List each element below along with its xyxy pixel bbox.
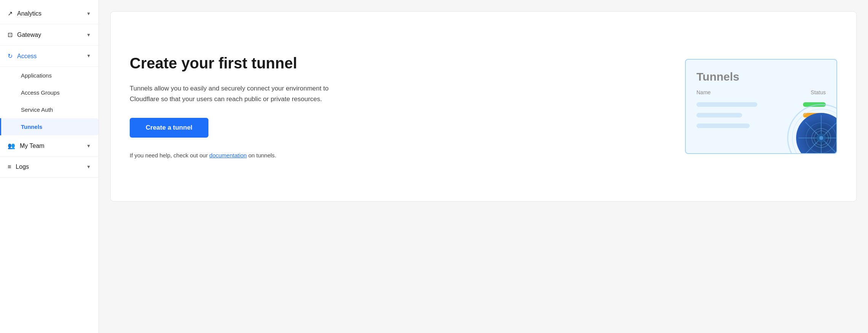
tunnels-card-title: Tunnels bbox=[696, 70, 826, 83]
page-description: Tunnels allow you to easily and securely… bbox=[130, 83, 350, 104]
sidebar-item-gateway[interactable]: ⊡ Gateway ▼ bbox=[0, 24, 99, 46]
sidebar-item-access[interactable]: ↻ Access ▲ bbox=[0, 46, 99, 67]
chevron-down-icon: ▼ bbox=[86, 164, 91, 170]
content-left: Create your first tunnel Tunnels allow y… bbox=[130, 54, 662, 158]
gateway-icon: ⊡ bbox=[8, 31, 13, 38]
tunnel-name-bar-1 bbox=[696, 102, 757, 107]
analytics-icon: ↗ bbox=[8, 10, 13, 17]
chevron-down-icon: ▼ bbox=[86, 143, 91, 149]
sidebar-item-logs[interactable]: ≡ Logs ▼ bbox=[0, 157, 99, 178]
col-name-label: Name bbox=[696, 89, 711, 95]
sidebar: ↗ Analytics ▼ ⊡ Gateway ▼ ↻ Access ▲ App… bbox=[0, 0, 99, 333]
applications-label: Applications bbox=[21, 72, 52, 79]
sidebar-label-access: Access bbox=[17, 53, 37, 60]
sidebar-sub-item-tunnels[interactable]: Tunnels bbox=[0, 118, 99, 135]
page-title: Create your first tunnel bbox=[130, 54, 662, 72]
logs-icon: ≡ bbox=[8, 163, 11, 170]
chevron-up-icon: ▲ bbox=[86, 54, 91, 59]
tunnels-illustration: Tunnels Name Status bbox=[685, 59, 837, 154]
chevron-down-icon: ▼ bbox=[86, 11, 91, 16]
sidebar-sub-item-access-groups[interactable]: Access Groups bbox=[0, 84, 99, 101]
help-text-suffix: on tunnels. bbox=[247, 152, 277, 159]
service-auth-label: Service Auth bbox=[21, 106, 53, 113]
tunnels-header-row: Name Status bbox=[696, 89, 826, 95]
access-icon: ↻ bbox=[8, 52, 13, 60]
sidebar-label-my-team: My Team bbox=[20, 143, 45, 149]
tunnel-name-bar-2 bbox=[696, 113, 742, 117]
access-groups-label: Access Groups bbox=[21, 89, 60, 96]
my-team-icon: 👥 bbox=[8, 142, 15, 149]
sidebar-sub-item-service-auth[interactable]: Service Auth bbox=[0, 101, 99, 118]
tunnels-card: Tunnels Name Status bbox=[685, 59, 837, 154]
sidebar-label-gateway: Gateway bbox=[17, 32, 41, 38]
tunnel-decorative-circle bbox=[787, 104, 837, 154]
help-text-prefix: If you need help, check out our bbox=[130, 152, 209, 159]
tunnel-name-bar-3 bbox=[696, 124, 750, 128]
sidebar-item-my-team[interactable]: 👥 My Team ▼ bbox=[0, 135, 99, 157]
sidebar-sub-item-applications[interactable]: Applications bbox=[0, 67, 99, 84]
svg-point-10 bbox=[819, 136, 823, 140]
col-status-label: Status bbox=[811, 89, 826, 95]
content-card: Create your first tunnel Tunnels allow y… bbox=[110, 11, 857, 201]
documentation-link[interactable]: documentation bbox=[209, 152, 246, 159]
sidebar-item-analytics[interactable]: ↗ Analytics ▼ bbox=[0, 3, 99, 24]
main-content: Create your first tunnel Tunnels allow y… bbox=[99, 0, 868, 333]
create-tunnel-button[interactable]: Create a tunnel bbox=[130, 118, 208, 138]
chevron-down-icon: ▼ bbox=[86, 32, 91, 38]
help-text: If you need help, check out our document… bbox=[130, 152, 662, 159]
sidebar-label-analytics: Analytics bbox=[17, 10, 41, 17]
tunnels-label: Tunnels bbox=[21, 124, 42, 130]
sidebar-label-logs: Logs bbox=[16, 163, 29, 170]
